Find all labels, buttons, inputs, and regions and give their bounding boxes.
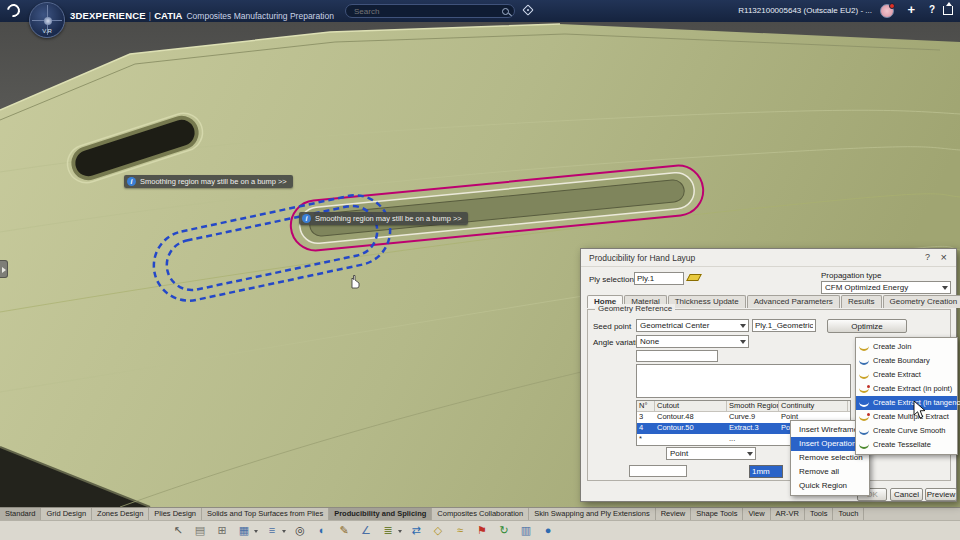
session-label[interactable]: R1132100005643 (Outscale EU2) - ... <box>738 6 872 15</box>
preview-button[interactable]: Preview <box>925 488 957 501</box>
menu-item-create-extract-in-point[interactable]: Create Extract (in point) <box>856 382 957 396</box>
menu-item-quick-region[interactable]: Quick Region <box>791 479 869 493</box>
brand-catia: CATIA <box>154 10 182 21</box>
continuity-point-select[interactable]: Point <box>666 447 756 460</box>
measure-icon[interactable]: ∠ <box>358 523 374 539</box>
tab-view[interactable]: View <box>743 508 770 520</box>
quick-toolbar: ↖ ▤ ⊞ ▦ ≡ ◎ ◐ ✎ ∠ ≣ ⇄ ◇ ≈ ⚑ ↻ ▥ ● <box>0 520 960 540</box>
ribbon-tab-bar: Standard Grid Design Zones Design Plies … <box>0 507 960 520</box>
tab-standard[interactable]: Standard <box>0 508 41 520</box>
chevron-down-icon[interactable] <box>254 530 258 533</box>
ply-icon[interactable] <box>687 272 702 283</box>
tab-ar-vr[interactable]: AR-VR <box>771 508 805 520</box>
share-icon[interactable] <box>943 6 953 15</box>
new-part-icon[interactable]: ⊞ <box>214 523 230 539</box>
col-continuity: Continuity <box>779 401 848 412</box>
menu-item-create-multiple-extract[interactable]: Create Multiple Extract <box>856 410 957 424</box>
table-header-row: N°CutoutSmooth RegionContinuity <box>637 401 850 412</box>
tab-tools[interactable]: Tools <box>805 508 834 520</box>
mouse-cursor <box>913 400 927 420</box>
tab-grid-design[interactable]: Grid Design <box>41 508 92 520</box>
curve-icon[interactable]: ≈ <box>452 523 468 539</box>
add-content-button[interactable]: + <box>907 2 915 17</box>
tab-composites-collaboration[interactable]: Composites Collaboration <box>432 508 529 520</box>
menu-item-remove-all[interactable]: Remove all <box>791 465 869 479</box>
tab-review[interactable]: Review <box>656 508 692 520</box>
aux-input[interactable] <box>636 350 718 362</box>
clipboard-icon[interactable]: ▤ <box>192 523 208 539</box>
chart-icon[interactable]: ▥ <box>518 523 534 539</box>
search-box[interactable] <box>345 4 515 18</box>
tab-geometry-creation[interactable]: Geometry Creation <box>883 295 960 308</box>
tab-advanced-parameters[interactable]: Advanced Parameters <box>747 295 840 308</box>
ply-selection-input[interactable] <box>634 272 684 285</box>
help-button[interactable]: ? <box>929 4 935 15</box>
chevron-down-icon[interactable] <box>398 530 402 533</box>
tolerance-input[interactable] <box>629 465 687 477</box>
user-avatar[interactable] <box>880 4 894 18</box>
optimize-button[interactable]: Optimize <box>827 319 907 333</box>
create-extract-tangency-icon <box>859 399 869 407</box>
sphere-icon[interactable]: ● <box>540 523 556 539</box>
compass-center[interactable] <box>44 17 52 25</box>
update-icon[interactable]: ↻ <box>496 523 512 539</box>
chevron-down-icon <box>740 340 746 344</box>
ply-selection-label: Ply selection <box>589 275 634 284</box>
dialog-close-icon[interactable]: × <box>941 251 947 263</box>
tab-zones-design[interactable]: Zones Design <box>92 508 149 520</box>
sketch-icon[interactable]: ✎ <box>336 523 352 539</box>
create-multiple-extract-icon <box>859 413 869 421</box>
menu-item-create-extract-in-tangency[interactable]: Create Extract (in tangency) <box>856 396 957 410</box>
app-module-title: Composites Manufacturing Preparation <box>186 11 333 21</box>
menu-item-create-join[interactable]: Create Join <box>856 340 957 354</box>
chevron-down-icon <box>740 324 746 328</box>
dialog-help-icon[interactable]: ? <box>925 252 930 262</box>
seed-point-ref-input[interactable] <box>752 319 816 332</box>
menu-item-create-extract[interactable]: Create Extract <box>856 368 957 382</box>
reference-list-box[interactable] <box>636 364 851 398</box>
brand-3dexperience: 3DEXPERIENCE <box>70 10 146 21</box>
zoom-icon[interactable]: ◎ <box>292 523 308 539</box>
globe-icon[interactable]: ◐ <box>314 523 330 539</box>
angle-variation-value: None <box>640 337 659 346</box>
extract-icon[interactable]: ◇ <box>430 523 446 539</box>
propagation-type-select[interactable]: CFM Optimized Energy <box>821 281 951 294</box>
tab-touch[interactable]: Touch <box>833 508 864 520</box>
seed-point-select[interactable]: Geometrical Center <box>636 319 749 332</box>
tab-plies-design[interactable]: Plies Design <box>149 508 202 520</box>
offset-value-input[interactable]: 1mm <box>749 465 783 478</box>
chevron-down-icon <box>942 286 948 290</box>
menu-item-create-curve-smooth[interactable]: Create Curve Smooth <box>856 424 957 438</box>
smoothing-warning-2[interactable]: i Smoothing region may still be on a bum… <box>299 212 468 225</box>
tab-solids-top-surfaces[interactable]: Solids and Top Surfaces from Plies <box>202 508 329 520</box>
smoothing-warning-1[interactable]: i Smoothing region may still be on a bum… <box>124 175 293 188</box>
list-view-icon[interactable]: ≡ <box>264 523 280 539</box>
tab-shape-tools[interactable]: Shape Tools <box>691 508 743 520</box>
table-view-icon[interactable]: ▦ <box>236 523 252 539</box>
tab-results[interactable]: Results <box>841 295 882 308</box>
create-curve-smooth-icon <box>859 427 869 435</box>
create-tessellate-icon <box>859 441 869 449</box>
brand-divider: | <box>149 11 151 21</box>
search-icon[interactable] <box>502 8 509 15</box>
dialog-title-bar[interactable]: Producibility for Hand Layup ? × <box>581 249 956 267</box>
top-bar: 3DEXPERIENCE|CATIAComposites Manufacturi… <box>0 0 960 22</box>
flag-icon[interactable]: ⚑ <box>474 523 490 539</box>
tab-producibility-splicing[interactable]: Producibility and Splicing <box>329 508 432 520</box>
tab-skin-swapping[interactable]: Skin Swapping and Ply Extensions <box>529 508 656 520</box>
select-cursor-icon[interactable]: ↖ <box>170 523 186 539</box>
angle-variation-select[interactable]: None <box>636 335 749 348</box>
tag-icon[interactable] <box>522 4 533 15</box>
dialog-title: Producibility for Hand Layup <box>589 253 695 263</box>
view-compass[interactable]: V.R <box>29 2 65 38</box>
panel-expander[interactable] <box>0 260 8 278</box>
layers-icon[interactable]: ≣ <box>380 523 396 539</box>
cancel-button[interactable]: Cancel <box>890 488 923 501</box>
menu-item-create-boundary[interactable]: Create Boundary <box>856 354 957 368</box>
search-input[interactable] <box>354 5 484 17</box>
swap-view-icon[interactable]: ⇄ <box>408 523 424 539</box>
dassault-logo-icon <box>4 1 22 19</box>
chevron-down-icon[interactable] <box>282 530 286 533</box>
menu-item-create-tessellate[interactable]: Create Tessellate <box>856 438 957 452</box>
tab-thickness-update[interactable]: Thickness Update <box>668 295 746 308</box>
